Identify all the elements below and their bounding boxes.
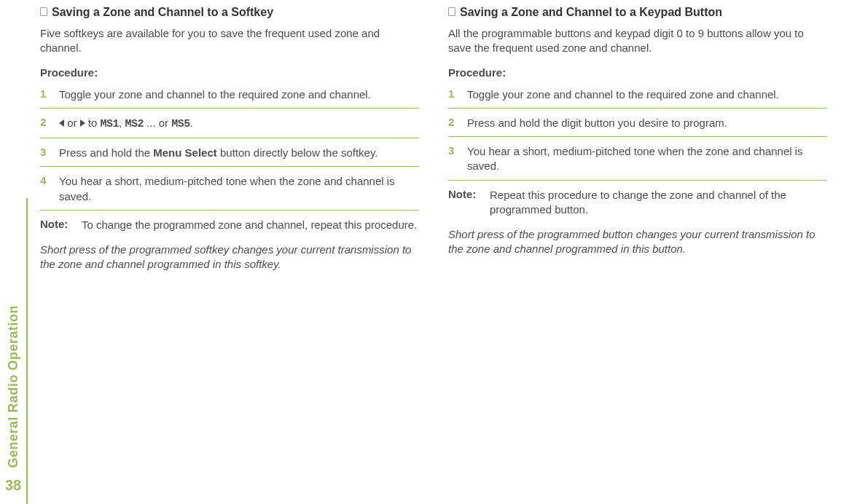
column-left: Saving a Zone and Channel to a Softkey F… <box>40 6 419 272</box>
step-number: 2 <box>448 116 457 128</box>
note-text: Repeat this procedure to change the zone… <box>490 188 827 218</box>
step-number: 3 <box>40 146 49 158</box>
step-text: You hear a short, medium-pitched tone wh… <box>467 144 827 174</box>
step2-ms5: MS5 <box>171 118 190 130</box>
heading-keypad: Saving a Zone and Channel to a Keypad Bu… <box>448 6 827 19</box>
note-label: Note: <box>40 218 73 230</box>
step2-ms2: MS2 <box>125 118 144 130</box>
step-3: 3 You hear a short, medium-pitched tone … <box>448 144 827 181</box>
heading-softkey: Saving a Zone and Channel to a Softkey <box>40 6 419 19</box>
column-right: Saving a Zone and Channel to a Keypad Bu… <box>448 6 827 272</box>
procedure-label: Procedure: <box>40 66 419 79</box>
step2-to: to <box>85 117 101 129</box>
intro-text: All the programmable buttons and keypad … <box>448 26 827 56</box>
step-number: 2 <box>40 116 49 128</box>
step-text: Toggle your zone and channel to the requ… <box>59 87 419 102</box>
step-text: Press and hold the digit button you desi… <box>467 116 827 130</box>
step-1: 1 Toggle your zone and channel to the re… <box>40 87 419 109</box>
side-divider <box>26 198 28 504</box>
heading-text: Saving a Zone and Channel to a Keypad Bu… <box>460 6 722 19</box>
note-text: To change the programmed zone and channe… <box>82 218 419 232</box>
heading-text: Saving a Zone and Channel to a Softkey <box>52 6 273 19</box>
note: Note: To change the programmed zone and … <box>40 218 419 232</box>
step-1: 1 Toggle your zone and channel to the re… <box>448 87 827 109</box>
procedure-label: Procedure: <box>448 66 827 79</box>
step-text: Press and hold the Menu Select button di… <box>59 146 419 160</box>
italic-note: Short press of the programmed softkey ch… <box>40 243 419 272</box>
intro-text: Five softkeys are available for you to s… <box>40 26 419 56</box>
step-number: 1 <box>448 87 457 100</box>
note-label: Note: <box>448 188 481 200</box>
step3-b: Menu Select <box>153 146 217 159</box>
heading-bullet-icon <box>40 7 47 16</box>
step2-ms1: MS1 <box>101 118 120 130</box>
side-tab: General Radio Operation 38 <box>0 198 26 504</box>
step3-c: button directly below the softkey. <box>217 146 378 159</box>
step2-or: or <box>64 117 80 129</box>
arrow-right-icon <box>80 119 85 127</box>
step-number: 4 <box>40 174 49 186</box>
step-4: 4 You hear a short, medium-pitched tone … <box>40 174 419 210</box>
step-text: or to MS1, MS2 ... or MS5. <box>59 116 419 132</box>
section-title-vertical: General Radio Operation <box>6 305 21 468</box>
step-number: 3 <box>448 144 457 157</box>
step-3: 3 Press and hold the Menu Select button … <box>40 146 419 167</box>
step-text: You hear a short, medium-pitched tone wh… <box>59 174 419 204</box>
page-number: 38 <box>5 477 21 494</box>
step-number: 1 <box>40 87 49 100</box>
step2-period: . <box>190 117 193 129</box>
step-text: Toggle your zone and channel to the requ… <box>467 87 827 102</box>
step-2: 2 Press and hold the digit button you de… <box>448 116 827 137</box>
note: Note: Repeat this procedure to change th… <box>448 188 827 218</box>
arrow-left-icon <box>59 119 64 127</box>
italic-note: Short press of the programmed button cha… <box>448 227 827 257</box>
step2-dots: ... or <box>144 117 171 129</box>
step-2: 2 or to MS1, MS2 ... or MS5. <box>40 116 419 138</box>
page-content: Saving a Zone and Channel to a Softkey F… <box>40 6 834 272</box>
step3-a: Press and hold the <box>59 146 153 159</box>
heading-bullet-icon <box>448 7 455 16</box>
